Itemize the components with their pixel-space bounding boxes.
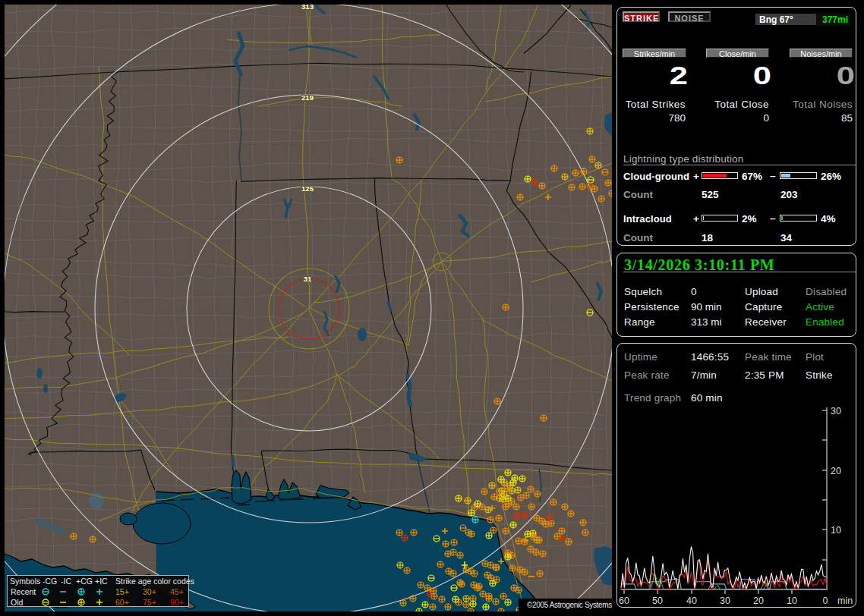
svg-text:30: 30	[720, 596, 730, 606]
svg-text:60: 60	[619, 596, 629, 606]
svg-text:min: min	[837, 596, 853, 606]
svg-text:30: 30	[831, 406, 841, 416]
svg-text:10: 10	[787, 596, 797, 606]
svg-text:40: 40	[686, 596, 697, 606]
svg-text:20: 20	[831, 466, 841, 476]
svg-text:0: 0	[823, 596, 828, 606]
svg-text:50: 50	[652, 596, 663, 606]
svg-text:10: 10	[831, 525, 841, 536]
svg-text:20: 20	[753, 596, 764, 606]
